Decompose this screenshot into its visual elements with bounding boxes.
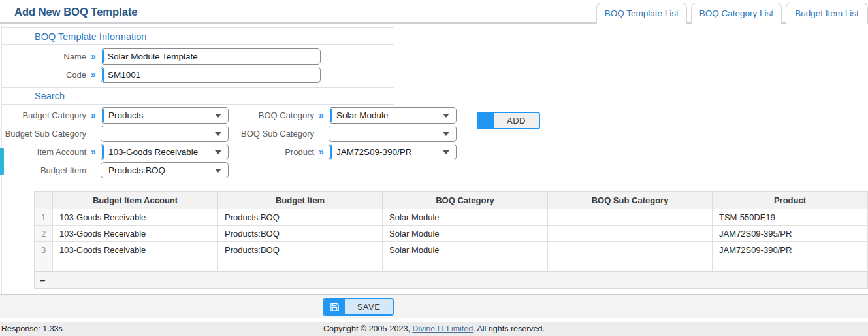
- tab-boq-template-list[interactable]: BOQ Template List: [596, 3, 687, 24]
- name-input[interactable]: [101, 48, 321, 65]
- action-bar: [0, 294, 868, 318]
- chevron-down-icon: [215, 132, 221, 136]
- budget-category-label: Budget Category: [0, 110, 86, 120]
- add-button-label: ADD: [494, 113, 539, 128]
- boq-sub-category-label: BOQ Sub Category: [229, 129, 314, 139]
- copyright-suffix: . All rights reserved.: [473, 324, 545, 333]
- selected-value: JAM72S09-390/PR: [336, 144, 412, 160]
- chevron-down-icon: [215, 114, 221, 118]
- code-input[interactable]: [101, 67, 321, 83]
- cell-budget-item: Products:BOQ: [218, 226, 383, 242]
- header-nav: BOQ Template List BOQ Category List Budg…: [596, 3, 868, 24]
- chevron-down-icon: [215, 169, 221, 173]
- code-input-field[interactable]: [108, 67, 313, 82]
- budget-sub-category-select[interactable]: [101, 126, 229, 142]
- page-title: Add New BOQ Template: [14, 0, 138, 24]
- cell-boq-sub-category: [548, 242, 713, 258]
- field-row-boq-category: BOQ Category » Solar Module: [229, 107, 457, 124]
- field-row-item-account: Item Account » 103-Goods Receivable: [0, 143, 229, 160]
- chevron-down-icon: [443, 114, 449, 118]
- col-boq-sub-category: BOQ Sub Category: [548, 192, 713, 209]
- row-number: 3: [35, 242, 53, 258]
- save-button-label: SAVE: [345, 299, 393, 314]
- tab-budget-item-list[interactable]: Budget Item List: [786, 3, 868, 24]
- col-boq-category: BOQ Category: [383, 192, 548, 209]
- cell-product: JAM72S09-395/PR: [713, 226, 868, 242]
- boq-category-select[interactable]: Solar Module: [329, 107, 457, 124]
- boq-items-table: Budget Item Account Budget Item BOQ Cate…: [34, 191, 868, 275]
- add-button[interactable]: ADD: [477, 112, 540, 129]
- item-account-label: Item Account: [0, 147, 86, 157]
- col-product: Product: [713, 192, 868, 209]
- required-icon: »: [86, 51, 101, 61]
- table-row[interactable]: 1 103-Goods Receivable Products:BOQ Sola…: [35, 209, 868, 226]
- field-row-code: Code »: [0, 66, 321, 83]
- section-header-search: Search: [2, 87, 394, 105]
- copyright-prefix: Copyright © 2005-2023,: [323, 324, 412, 333]
- cell-product: JAM72S09-390/PR: [713, 242, 868, 258]
- required-icon: »: [86, 110, 101, 120]
- field-row-budget-item: Budget Item Products:BOQ: [0, 161, 229, 178]
- item-account-select[interactable]: 103-Goods Receivable: [101, 144, 229, 160]
- field-row-product: Product » JAM72S09-390/PR: [229, 143, 457, 160]
- required-bar: [102, 109, 104, 122]
- col-row-number: [35, 192, 53, 209]
- cell-budget-item-account: 103-Goods Receivable: [53, 242, 218, 258]
- row-number: 2: [35, 226, 53, 242]
- name-label: Name: [0, 52, 86, 61]
- add-button-accent: [478, 113, 494, 128]
- required-bar: [330, 109, 332, 122]
- budget-sub-category-label: Budget Sub Category: [0, 129, 86, 139]
- name-input-field[interactable]: [108, 49, 313, 64]
- chevron-down-icon: [215, 150, 221, 154]
- row-number: 1: [35, 209, 53, 226]
- budget-category-select[interactable]: Products: [101, 107, 229, 124]
- divine-it-link[interactable]: Divine IT Limited: [412, 324, 473, 333]
- selected-value: Products: [108, 108, 143, 123]
- required-icon: »: [86, 69, 101, 80]
- cell-boq-category: Solar Module: [383, 242, 548, 258]
- section-title: BOQ Template Information: [35, 28, 394, 45]
- boq-sub-category-select[interactable]: [329, 126, 457, 142]
- field-row-budget-sub-category: Budget Sub Category: [0, 125, 229, 142]
- required-icon: »: [86, 146, 101, 157]
- field-row-name: Name »: [0, 48, 321, 65]
- product-label: Product: [229, 147, 314, 157]
- page-header: Add New BOQ Template BOQ Template List B…: [0, 0, 868, 24]
- table-footer-bar: –: [34, 271, 868, 289]
- table-row[interactable]: 2 103-Goods Receivable Products:BOQ Sola…: [35, 226, 868, 242]
- cell-boq-sub-category: [548, 226, 713, 242]
- table-row[interactable]: 3 103-Goods Receivable Products:BOQ Sola…: [35, 242, 868, 258]
- cell-boq-category: Solar Module: [383, 226, 548, 242]
- col-budget-item-account: Budget Item Account: [53, 192, 218, 209]
- cell-boq-category: Solar Module: [383, 209, 548, 226]
- chevron-down-icon: [443, 150, 449, 154]
- save-icon: [324, 299, 345, 314]
- boq-category-label: BOQ Category: [229, 110, 314, 120]
- section-title: Search: [35, 88, 394, 105]
- cell-boq-sub-category: [548, 209, 713, 226]
- code-label: Code: [0, 70, 86, 80]
- required-icon: »: [314, 110, 329, 120]
- required-bar: [330, 145, 332, 159]
- section-header-template-info: BOQ Template Information: [2, 27, 394, 45]
- field-row-boq-sub-category: BOQ Sub Category: [229, 125, 457, 142]
- cell-product: TSM-550DE19: [713, 209, 868, 226]
- budget-item-select[interactable]: Products:BOQ: [101, 162, 229, 178]
- product-select[interactable]: JAM72S09-390/PR: [329, 144, 457, 160]
- selected-value: 103-Goods Receivable: [108, 144, 198, 160]
- status-footer: Response: 1.33s Copyright © 2005-2023, D…: [0, 322, 868, 336]
- selected-value: Solar Module: [336, 108, 389, 123]
- cell-budget-item: Products:BOQ: [218, 242, 383, 258]
- required-bar: [102, 68, 104, 82]
- copyright: Copyright © 2005-2023, Divine IT Limited…: [0, 322, 868, 336]
- collapse-toggle[interactable]: –: [40, 272, 45, 288]
- tab-boq-category-list[interactable]: BOQ Category List: [691, 3, 782, 24]
- cell-budget-item-account: 103-Goods Receivable: [53, 226, 218, 242]
- budget-item-label: Budget Item: [0, 165, 86, 175]
- required-icon: »: [314, 146, 329, 157]
- save-button[interactable]: SAVE: [323, 298, 394, 316]
- chevron-down-icon: [443, 132, 449, 136]
- boq-template-page: Add New BOQ Template BOQ Template List B…: [0, 0, 868, 336]
- cell-budget-item: Products:BOQ: [218, 209, 383, 226]
